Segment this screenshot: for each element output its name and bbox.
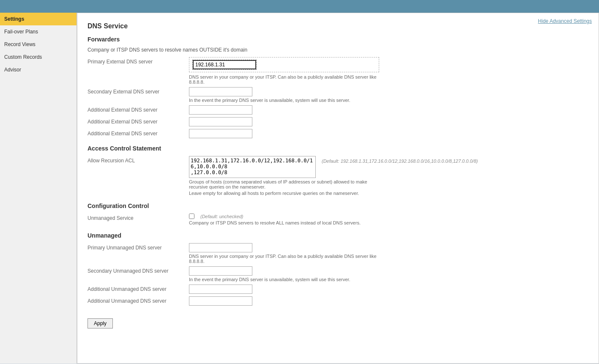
primary-unmanaged-dns-label: Primary Unmanaged DNS server: [88, 243, 189, 251]
additional-dns3-row: Additional External DNS server: [88, 129, 588, 138]
unmanaged-service-label: Unmanaged Service: [88, 213, 189, 221]
forwarders-description: Company or ITSP DNS servers to resolve n…: [88, 47, 588, 53]
sidebar-item-custom-records[interactable]: Custom Records: [0, 51, 77, 63]
additional-unmanaged2-label: Additional Unmanaged DNS server: [88, 296, 189, 304]
additional-unmanaged1-input[interactable]: [189, 285, 252, 294]
additional-dns2-label: Additional External DNS server: [88, 117, 189, 125]
sidebar-item-failover[interactable]: Fail-over Plans: [0, 25, 77, 38]
secondary-unmanaged-dns-input[interactable]: [189, 266, 252, 276]
secondary-unmanaged-dns-row: Secondary Unmanaged DNS server In the ev…: [88, 266, 588, 282]
forwarders-title: Forwarders: [88, 36, 588, 43]
hide-advanced-link[interactable]: Hide Advanced Settings: [538, 18, 592, 24]
secondary-dns-input[interactable]: [189, 87, 252, 96]
additional-dns2-field: [189, 117, 252, 126]
additional-unmanaged1-label: Additional Unmanaged DNS server: [88, 285, 189, 292]
additional-dns1-field: [189, 105, 252, 115]
sidebar-item-advisor[interactable]: Advisor: [0, 63, 77, 76]
top-bar: [0, 0, 599, 13]
additional-dns3-field: [189, 129, 252, 138]
dns-service-title: DNS Service: [88, 22, 588, 30]
secondary-unmanaged-dns-hint: In the event the primary DNS server is u…: [189, 277, 350, 282]
additional-dns1-input[interactable]: [189, 105, 252, 115]
configuration-control-section: Configuration Control Unmanaged Service …: [88, 203, 588, 225]
primary-dns-field: DNS server in your company or your ITSP.…: [189, 57, 379, 85]
additional-unmanaged2-input[interactable]: [189, 296, 252, 306]
additional-unmanaged1-row: Additional Unmanaged DNS server: [88, 285, 588, 294]
additional-dns3-label: Additional External DNS server: [88, 129, 189, 137]
primary-dns-row: Primary External DNS server DNS server i…: [88, 57, 588, 85]
secondary-unmanaged-dns-field: In the event the primary DNS server is u…: [189, 266, 350, 282]
secondary-dns-label: Secondary External DNS server: [88, 87, 189, 95]
configuration-control-title: Configuration Control: [88, 203, 588, 209]
primary-unmanaged-dns-field: DNS server in your company or your ITSP.…: [189, 243, 379, 264]
unmanaged-service-field: (Default: unchecked) Company or ITSP DNS…: [189, 213, 361, 225]
additional-dns1-label: Additional External DNS server: [88, 105, 189, 113]
primary-dns-dashed-box: [189, 57, 379, 72]
secondary-dns-field: In the event the primary DNS server is u…: [189, 87, 350, 103]
unmanaged-section: Unmanaged Primary Unmanaged DNS server D…: [88, 232, 588, 306]
primary-dns-hint: DNS server in your company or your ITSP.…: [189, 74, 379, 85]
allow-recursion-hint1: Groups of hosts (comma separated values …: [189, 179, 379, 189]
allow-recursion-label: Allow Recursion ACL: [88, 156, 189, 164]
primary-dns-input[interactable]: [193, 60, 256, 69]
unmanaged-service-row: Unmanaged Service (Default: unchecked) C…: [88, 213, 588, 225]
secondary-dns-hint: In the event the primary DNS server is u…: [189, 98, 350, 103]
additional-unmanaged2-field: [189, 296, 252, 306]
apply-button[interactable]: Apply: [88, 318, 113, 328]
allow-recursion-hint2: Leave empty for allowing all hosts to pe…: [189, 191, 379, 196]
unmanaged-service-hint: Company or ITSP DNS servers to resolve A…: [189, 220, 361, 225]
allow-recursion-row: Allow Recursion ACL 192.168.1.31,172.16.…: [88, 156, 588, 196]
allow-recursion-field: 192.168.1.31,172.16.0.0/12,192.168.0.0/1…: [189, 156, 478, 196]
primary-unmanaged-dns-input[interactable]: [189, 243, 252, 252]
primary-unmanaged-dns-hint: DNS server in your company or your ITSP.…: [189, 254, 379, 264]
sidebar: Settings Fail-over Plans Record Views Cu…: [0, 13, 77, 364]
sidebar-item-settings[interactable]: Settings: [0, 13, 77, 25]
allow-recursion-default: (Default: 192.168.1.31,172.16.0.0/12,192…: [322, 156, 478, 164]
sidebar-item-record-views[interactable]: Record Views: [0, 38, 77, 51]
access-control-section: Access Control Statement Allow Recursion…: [88, 145, 588, 196]
secondary-dns-row: Secondary External DNS server In the eve…: [88, 87, 588, 103]
additional-unmanaged1-field: [189, 285, 252, 294]
additional-dns2-input[interactable]: [189, 117, 252, 126]
primary-dns-label: Primary External DNS server: [88, 57, 189, 65]
additional-dns1-row: Additional External DNS server: [88, 105, 588, 115]
unmanaged-service-checkbox[interactable]: [189, 213, 194, 219]
allow-recursion-textarea[interactable]: 192.168.1.31,172.16.0.0/12,192.168.0.0/1…: [189, 156, 316, 178]
forwarders-section: Forwarders Company or ITSP DNS servers t…: [88, 36, 588, 138]
main-content: Hide Advanced Settings DNS Service Forwa…: [77, 13, 599, 364]
access-control-title: Access Control Statement: [88, 145, 588, 152]
unmanaged-title: Unmanaged: [88, 232, 588, 239]
secondary-unmanaged-dns-label: Secondary Unmanaged DNS server: [88, 266, 189, 274]
primary-unmanaged-dns-row: Primary Unmanaged DNS server DNS server …: [88, 243, 588, 264]
additional-unmanaged2-row: Additional Unmanaged DNS server: [88, 296, 588, 306]
additional-dns2-row: Additional External DNS server: [88, 117, 588, 126]
unmanaged-default: (Default: unchecked): [200, 214, 243, 219]
additional-dns3-input[interactable]: [189, 129, 252, 138]
